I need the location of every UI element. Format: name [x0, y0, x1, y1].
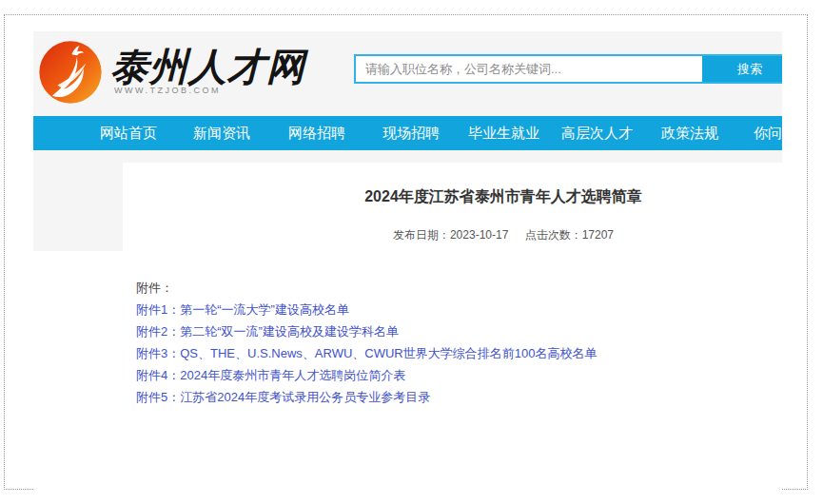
- article-panel: 2024年度江苏省泰州市青年人才选聘简章 发布日期：2023-10-17 点击次…: [123, 163, 782, 490]
- content-area: 2024年度江苏省泰州市青年人才选聘简章 发布日期：2023-10-17 点击次…: [33, 150, 782, 490]
- logo-mark-icon: [38, 40, 103, 105]
- nav-item-qa[interactable]: 你问我答: [754, 125, 782, 143]
- attachments-list: 附件： 附件1：第一轮“一流大学”建设高校名单 附件2：第二轮“双一流”建设高校…: [136, 277, 782, 408]
- nav-item-home[interactable]: 网站首页: [100, 125, 157, 143]
- nav-item-online-recruit[interactable]: 网络招聘: [288, 125, 345, 143]
- attachment-link-1[interactable]: 附件1：第一轮“一流大学”建设高校名单: [136, 299, 782, 320]
- logo-site-name: 泰州人才网: [110, 46, 305, 87]
- nav-item-policies[interactable]: 政策法规: [661, 125, 718, 143]
- attachment-link-5[interactable]: 附件5：江苏省2024年度考试录用公务员专业参考目录: [136, 386, 782, 408]
- site-header: 泰州人才网 WWW.TZJOB.COM 搜索: [33, 31, 782, 116]
- nav-item-graduate-employment[interactable]: 毕业生就业: [468, 125, 539, 143]
- search-button[interactable]: 搜索: [702, 56, 782, 82]
- attachment-link-3[interactable]: 附件3：QS、THE、U.S.News、ARWU、CWUR世界大学综合排名前10…: [136, 342, 782, 364]
- article-meta: 发布日期：2023-10-17 点击次数：17207: [123, 227, 782, 242]
- main-nav: 网站首页 新闻资讯 网络招聘 现场招聘 毕业生就业 高层次人才 政策法规 你问我…: [33, 116, 782, 150]
- page: 泰州人才网 WWW.TZJOB.COM 搜索 网站首页 新闻资讯 网络招聘 现场…: [0, 0, 823, 504]
- attachment-link-2[interactable]: 附件2：第二轮“双一流”建设高校及建设学科名单: [136, 320, 782, 342]
- site-logo[interactable]: 泰州人才网 WWW.TZJOB.COM: [38, 40, 305, 105]
- view-count: 点击次数：17207: [525, 227, 614, 242]
- nav-item-onsite-recruit[interactable]: 现场招聘: [382, 125, 440, 143]
- logo-text: 泰州人才网 WWW.TZJOB.COM: [110, 40, 305, 95]
- attachments-label: 附件：: [136, 277, 782, 299]
- attachment-link-4[interactable]: 附件4：2024年度泰州市青年人才选聘岗位简介表: [136, 364, 782, 386]
- publish-date: 发布日期：2023-10-17: [393, 227, 508, 242]
- search-box: 搜索: [354, 54, 782, 84]
- article-title: 2024年度江苏省泰州市青年人才选聘简章: [123, 187, 782, 206]
- site-viewport: 泰州人才网 WWW.TZJOB.COM 搜索 网站首页 新闻资讯 网络招聘 现场…: [33, 31, 782, 490]
- search-input[interactable]: [356, 56, 702, 82]
- nav-item-high-level-talent[interactable]: 高层次人才: [561, 125, 633, 143]
- nav-item-news[interactable]: 新闻资讯: [193, 125, 250, 143]
